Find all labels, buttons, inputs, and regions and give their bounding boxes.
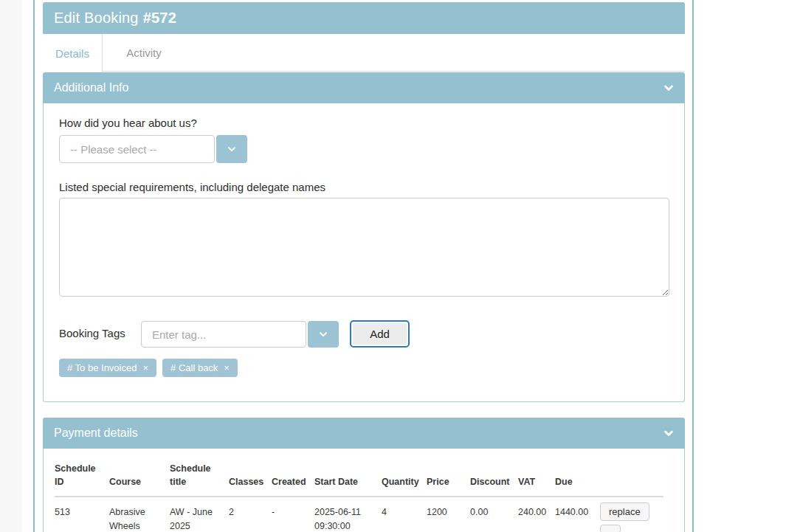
col-schedule-title: Schedule title bbox=[170, 459, 229, 497]
additional-info-title: Additional Info bbox=[54, 81, 128, 94]
tab-bar: Details Activity bbox=[43, 34, 685, 72]
col-due: Due bbox=[555, 459, 600, 497]
partial-button-below-replace[interactable] bbox=[600, 525, 621, 532]
cell-schedule-id: 513 bbox=[55, 497, 109, 532]
tab-details-label: Details bbox=[55, 47, 89, 60]
tag-label: # Call back bbox=[170, 362, 218, 373]
table-header-row: Schedule ID Course Schedule title Classe… bbox=[55, 459, 663, 497]
hear-about-select-group bbox=[59, 135, 247, 163]
additional-info-header[interactable]: Additional Info bbox=[43, 72, 685, 103]
cell-vat: 240.00 bbox=[518, 497, 555, 532]
add-tag-button[interactable]: Add bbox=[350, 320, 410, 348]
cell-price: 1200 bbox=[427, 497, 470, 532]
remove-tag-icon[interactable]: × bbox=[142, 362, 148, 373]
cell-actions: replace bbox=[600, 497, 663, 532]
booking-tags-label: Booking Tags bbox=[59, 327, 125, 339]
col-created: Created bbox=[272, 459, 314, 497]
col-actions bbox=[600, 459, 663, 497]
cell-due: 1440.00 bbox=[555, 497, 600, 532]
hear-about-dropdown-button[interactable] bbox=[216, 135, 247, 163]
hear-about-label: How did you hear about us? bbox=[59, 117, 197, 129]
payment-details-header[interactable]: Payment details bbox=[43, 418, 685, 449]
table-row: 513 Abrasive Wheels AW - June 2025 2 - 2… bbox=[55, 497, 663, 532]
main-content: Edit Booking#572 Details Activity Additi… bbox=[43, 0, 685, 532]
container-right-border bbox=[692, 0, 694, 532]
tag-dropdown-button[interactable] bbox=[308, 321, 339, 348]
edit-booking-page: Edit Booking#572 Details Activity Additi… bbox=[0, 0, 786, 532]
payment-details-title: Payment details bbox=[54, 426, 138, 440]
booking-tags-list: # To be Invoiced × # Call back × bbox=[59, 359, 238, 377]
chevron-down-icon bbox=[227, 145, 236, 153]
col-classes: Classes bbox=[229, 459, 272, 497]
requirements-textarea[interactable] bbox=[59, 198, 669, 297]
page-title: Edit Booking bbox=[54, 10, 139, 27]
remove-tag-icon[interactable]: × bbox=[224, 362, 230, 373]
col-vat: VAT bbox=[518, 459, 555, 497]
col-course: Course bbox=[109, 459, 170, 497]
cell-discount: 0.00 bbox=[470, 497, 518, 532]
cell-start-date: 2025-06-11 09:30:00 bbox=[314, 497, 382, 532]
tab-activity-label: Activity bbox=[126, 46, 162, 59]
cell-schedule-title: AW - June 2025 bbox=[170, 497, 229, 532]
requirements-label: Listed special requirements, including d… bbox=[59, 181, 325, 193]
tag-label: # To be Invoiced bbox=[67, 362, 137, 373]
tag-input[interactable] bbox=[141, 321, 306, 348]
col-schedule-id: Schedule ID bbox=[55, 459, 109, 497]
chevron-down-icon[interactable] bbox=[663, 83, 674, 93]
booking-number: #572 bbox=[143, 10, 176, 27]
payment-details-body: Schedule ID Course Schedule title Classe… bbox=[43, 449, 685, 532]
hear-about-select[interactable] bbox=[59, 135, 215, 163]
tab-details[interactable]: Details bbox=[43, 34, 103, 72]
tag-input-group bbox=[141, 321, 339, 348]
col-price: Price bbox=[427, 459, 470, 497]
payment-table: Schedule ID Course Schedule title Classe… bbox=[55, 459, 663, 532]
cell-quantity: 4 bbox=[382, 497, 427, 532]
tab-activity[interactable]: Activity bbox=[103, 34, 185, 72]
replace-button[interactable]: replace bbox=[600, 502, 649, 521]
page-title-bar: Edit Booking#572 bbox=[43, 2, 685, 34]
chevron-down-icon[interactable] bbox=[663, 428, 674, 438]
tag-pill[interactable]: # Call back × bbox=[162, 359, 238, 377]
cell-classes: 2 bbox=[229, 497, 272, 532]
col-discount: Discount bbox=[470, 459, 518, 497]
cell-created: - bbox=[272, 497, 314, 532]
chevron-down-icon bbox=[319, 330, 328, 339]
additional-info-body: How did you hear about us? Listed specia… bbox=[43, 103, 685, 402]
col-quantity: Quantity bbox=[382, 459, 427, 497]
page-left-gutter bbox=[0, 0, 22, 532]
tag-pill[interactable]: # To be Invoiced × bbox=[59, 359, 156, 377]
col-start-date: Start Date bbox=[314, 459, 382, 497]
container-left-border bbox=[33, 0, 35, 532]
cell-course: Abrasive Wheels bbox=[109, 497, 170, 532]
